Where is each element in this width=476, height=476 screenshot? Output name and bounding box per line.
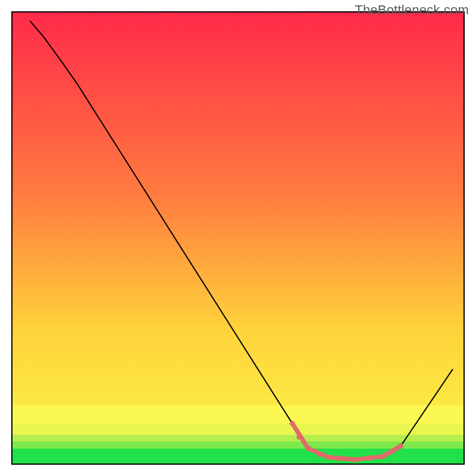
gradient-background xyxy=(12,12,464,464)
valley-dot xyxy=(380,454,386,459)
valley-dot xyxy=(353,457,358,462)
color-band xyxy=(12,424,464,435)
valley-dot xyxy=(367,456,372,461)
chart-svg xyxy=(0,0,476,476)
valley-dot xyxy=(337,456,343,462)
watermark-label: TheBottleneck.com xyxy=(355,2,469,18)
bottom-color-bands xyxy=(12,405,464,464)
chart-stage: TheBottleneck.com xyxy=(0,0,476,476)
valley-dot xyxy=(296,434,302,440)
valley-dot xyxy=(326,455,331,460)
valley-dot xyxy=(398,443,403,449)
valley-dot xyxy=(290,421,295,426)
color-band xyxy=(12,405,464,423)
color-band xyxy=(12,435,464,441)
valley-dot xyxy=(306,446,311,451)
plot-area xyxy=(12,12,464,464)
valley-dot xyxy=(389,449,394,455)
valley-dot xyxy=(317,452,322,457)
